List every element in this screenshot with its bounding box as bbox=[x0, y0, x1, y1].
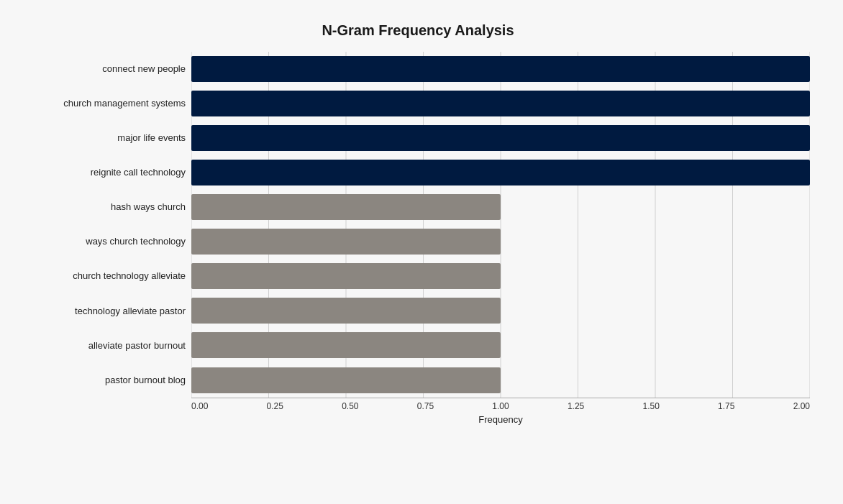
y-label: alleviate pastor burnout bbox=[26, 340, 186, 352]
bar bbox=[191, 298, 501, 324]
y-label: hash ways church bbox=[26, 201, 186, 213]
bar-row bbox=[191, 363, 810, 398]
x-tick: 1.50 bbox=[642, 401, 659, 411]
y-label: church technology alleviate bbox=[26, 270, 186, 282]
x-tick: 0.50 bbox=[342, 401, 358, 411]
bar-row bbox=[191, 190, 810, 224]
bar-row bbox=[191, 86, 810, 121]
bar bbox=[191, 91, 810, 116]
x-tick: 2.00 bbox=[793, 401, 810, 411]
bar bbox=[191, 194, 501, 220]
y-label: ways church technology bbox=[26, 236, 186, 247]
x-ticks: 0.000.250.500.751.001.251.501.752.00 bbox=[191, 398, 810, 411]
bar bbox=[191, 332, 501, 358]
bar bbox=[191, 367, 501, 393]
bars-section bbox=[191, 52, 810, 398]
x-tick: 1.00 bbox=[492, 401, 509, 411]
y-label: reignite call technology bbox=[26, 167, 186, 178]
chart-area: connect new peoplechurch management syst… bbox=[26, 52, 810, 426]
x-tick: 0.75 bbox=[417, 401, 434, 411]
x-tick: 1.75 bbox=[718, 401, 734, 411]
bar bbox=[191, 56, 810, 82]
bar-row bbox=[191, 121, 810, 155]
x-axis-area: 0.000.250.500.751.001.251.501.752.00 Fre… bbox=[26, 398, 810, 426]
bar-row bbox=[191, 259, 810, 293]
x-tick: 0.25 bbox=[267, 401, 283, 411]
bar-row bbox=[191, 328, 810, 362]
y-labels: connect new peoplechurch management syst… bbox=[26, 52, 191, 398]
bar bbox=[191, 160, 810, 185]
bar bbox=[191, 125, 810, 151]
bar-row bbox=[191, 155, 810, 190]
bar bbox=[191, 263, 501, 289]
y-label: pastor burnout blog bbox=[26, 375, 186, 386]
x-tick: 1.25 bbox=[568, 401, 584, 411]
grid-and-bars: connect new peoplechurch management syst… bbox=[26, 52, 810, 398]
y-label: church management systems bbox=[26, 98, 186, 109]
y-label: major life events bbox=[26, 132, 186, 144]
chart-title: N-Gram Frequency Analysis bbox=[26, 22, 810, 39]
y-label: technology alleviate pastor bbox=[26, 306, 186, 317]
bar-row bbox=[191, 293, 810, 328]
bar-row bbox=[191, 224, 810, 259]
chart-container: N-Gram Frequency Analysis connect new pe… bbox=[12, 8, 831, 497]
bar-row bbox=[191, 52, 810, 86]
x-tick: 0.00 bbox=[191, 401, 208, 411]
x-axis-label: Frequency bbox=[191, 414, 810, 425]
bar bbox=[191, 229, 501, 255]
y-label: connect new people bbox=[26, 63, 186, 75]
